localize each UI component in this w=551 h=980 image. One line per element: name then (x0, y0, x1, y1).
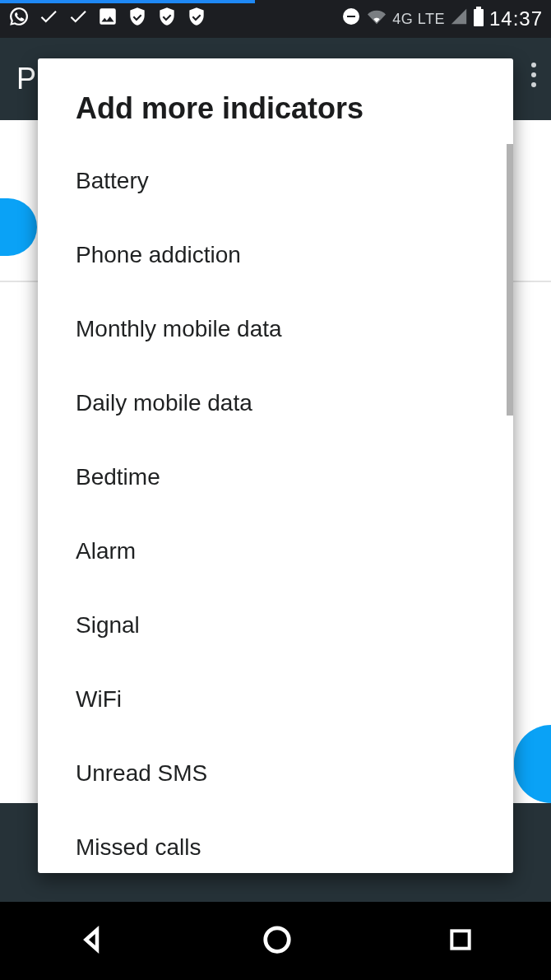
list-item[interactable]: Phone addiction (38, 218, 513, 292)
partial-chip (0, 198, 37, 256)
list-item-label: Unread SMS (76, 760, 207, 787)
list-item-label: Daily mobile data (76, 390, 252, 416)
add-indicators-dialog: Add more indicators Battery Phone addict… (38, 58, 513, 873)
list-item[interactable]: Unread SMS (38, 736, 513, 810)
list-item[interactable]: Alarm (38, 514, 513, 588)
list-item-label: Signal (76, 612, 140, 639)
list-item[interactable]: Signal (38, 588, 513, 662)
check-icon (67, 6, 89, 32)
svg-rect-3 (476, 7, 481, 9)
image-icon (97, 6, 118, 32)
scrollbar-thumb[interactable] (507, 144, 513, 416)
list-item[interactable]: Battery (38, 144, 513, 218)
svg-rect-2 (474, 9, 484, 26)
network-type-label: 4G LTE (392, 11, 445, 28)
status-bar: 4G LTE 14:37 (0, 0, 551, 38)
shield-check-icon (186, 6, 207, 32)
list-item[interactable]: Monthly mobile data (38, 292, 513, 366)
partial-fab[interactable] (514, 725, 551, 803)
list-item-label: Monthly mobile data (76, 316, 282, 342)
list-item-label: Missed calls (76, 834, 201, 861)
svg-point-4 (266, 927, 289, 951)
home-button[interactable] (262, 924, 293, 959)
list-item-label: Battery (76, 168, 149, 194)
list-item[interactable]: Daily mobile data (38, 366, 513, 440)
whatsapp-icon (8, 6, 30, 32)
check-icon (38, 6, 59, 32)
progress-indicator (0, 0, 255, 3)
list-item[interactable]: WiFi (38, 662, 513, 736)
list-item[interactable]: Missed calls (38, 810, 513, 873)
list-item[interactable]: Bedtime (38, 440, 513, 514)
list-item-label: Alarm (76, 538, 136, 564)
shield-check-icon (156, 6, 178, 32)
recents-button[interactable] (447, 927, 474, 956)
dialog-title: Add more indicators (38, 58, 513, 144)
battery-icon (473, 7, 484, 31)
dialog-list[interactable]: Battery Phone addiction Monthly mobile d… (38, 144, 513, 873)
clock-label: 14:37 (489, 7, 543, 30)
signal-icon (450, 7, 468, 30)
list-item-label: Bedtime (76, 464, 160, 490)
navigation-bar (0, 902, 551, 980)
app-title: P (16, 62, 36, 96)
svg-rect-1 (347, 16, 355, 17)
svg-rect-5 (451, 931, 469, 948)
list-item-label: Phone addiction (76, 242, 241, 268)
shield-check-icon (127, 6, 148, 32)
overflow-menu-icon[interactable] (531, 63, 536, 87)
list-item-label: WiFi (76, 686, 122, 713)
back-button[interactable] (77, 925, 107, 958)
do-not-disturb-icon (341, 7, 361, 31)
wifi-icon (366, 7, 387, 30)
